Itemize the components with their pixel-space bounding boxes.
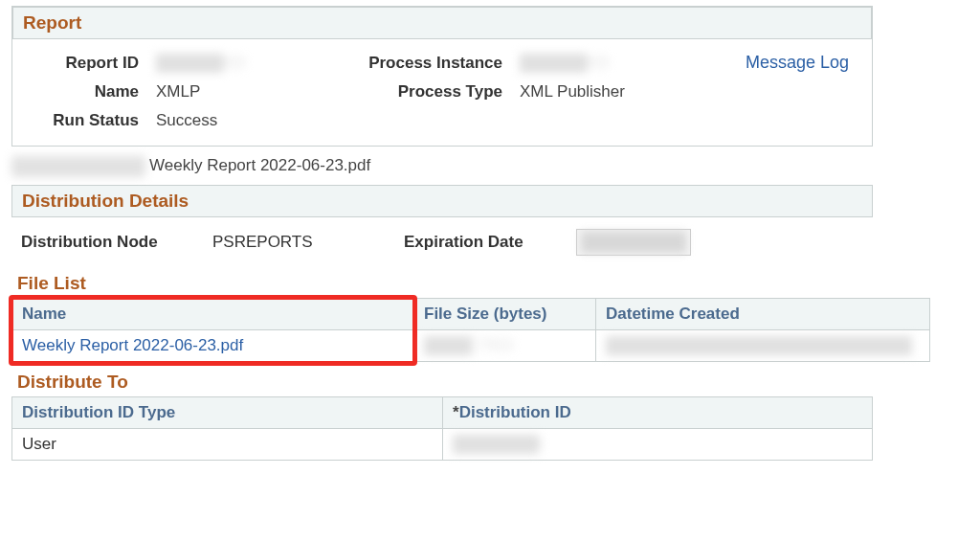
table-row: Weekly Report 2022-06-23.pdf REDACTED RE… bbox=[12, 330, 930, 362]
dist-id-value: REDACTED bbox=[453, 435, 539, 454]
distribute-to-header: Distribute To bbox=[11, 366, 974, 395]
expiration-date-field[interactable]: REDACTED bbox=[576, 229, 768, 256]
process-instance-label: Process Instance bbox=[338, 54, 520, 73]
report-header: Report bbox=[12, 7, 872, 39]
file-col-created: Datetime Created bbox=[596, 299, 930, 330]
message-log-cell: Message Log bbox=[692, 53, 862, 73]
distribution-row: Distribution Node PSREPORTS Expiration D… bbox=[11, 217, 873, 267]
file-size-value: REDACTED bbox=[424, 336, 472, 355]
message-log-link[interactable]: Message Log bbox=[746, 53, 849, 72]
report-id-label: Report ID bbox=[12, 54, 156, 73]
dist-idtype-value: User bbox=[12, 429, 443, 461]
process-type-label: Process Type bbox=[338, 82, 520, 102]
run-status-label: Run Status bbox=[12, 111, 156, 130]
distribution-section: Distribution Details Distribution Node P… bbox=[11, 185, 873, 267]
name-label: Name bbox=[12, 82, 156, 102]
file-col-size: File Size (bytes) bbox=[414, 299, 596, 330]
attachment-line: Weekly Report 2022-06-23.pdf bbox=[11, 147, 974, 183]
distribution-node-label: Distribution Node bbox=[21, 233, 212, 252]
run-status-value: Success bbox=[156, 111, 338, 130]
file-created-value: REDACTED bbox=[606, 336, 912, 355]
attachment-filename: Weekly Report 2022-06-23.pdf bbox=[149, 156, 370, 174]
table-row: User REDACTED bbox=[12, 429, 873, 461]
process-instance-value: REDACTED bbox=[520, 54, 692, 73]
distribution-header: Distribution Details bbox=[11, 185, 873, 217]
file-list-header: File List bbox=[11, 267, 974, 296]
dist-col-id: Distribution ID bbox=[443, 397, 873, 429]
expiration-date-label: Expiration Date bbox=[404, 233, 576, 252]
file-col-name: Name bbox=[22, 305, 66, 323]
report-box: Report Report ID REDACTED Process Instan… bbox=[11, 6, 873, 147]
name-value: XMLP bbox=[156, 82, 338, 102]
process-type-value: XML Publisher bbox=[520, 82, 692, 102]
file-link[interactable]: Weekly Report 2022-06-23.pdf bbox=[22, 336, 243, 354]
report-details: Report ID REDACTED Process Instance REDA… bbox=[12, 39, 872, 146]
distribution-node-value: PSREPORTS bbox=[212, 233, 404, 252]
dist-col-idtype: Distribution ID Type bbox=[12, 397, 443, 429]
distribute-to-table: Distribution ID Type Distribution ID Use… bbox=[11, 396, 873, 461]
file-list-table: Name File Size (bytes) Datetime Created … bbox=[11, 298, 930, 362]
report-id-value: REDACTED bbox=[156, 54, 338, 73]
attachment-prefix-redacted bbox=[11, 156, 145, 177]
